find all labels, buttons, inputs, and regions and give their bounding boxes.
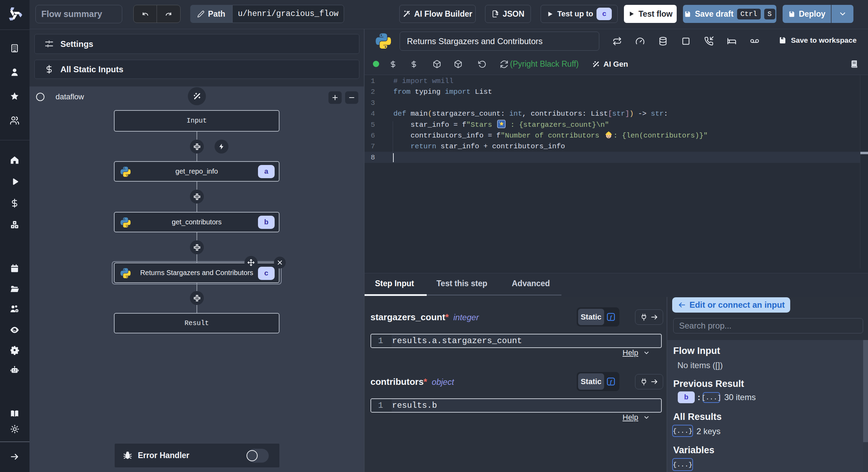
svg-text:f: f: [610, 314, 612, 320]
svg-text:f: f: [610, 379, 612, 384]
